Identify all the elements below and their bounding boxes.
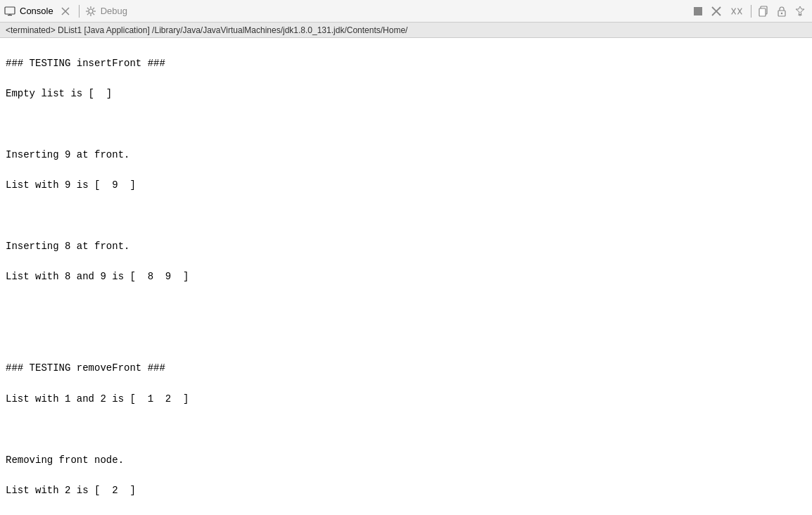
console-line xyxy=(6,422,806,438)
disconnect-button[interactable] xyxy=(727,4,747,19)
console-line xyxy=(6,300,806,316)
copy-button[interactable] xyxy=(756,4,771,19)
svg-point-5 xyxy=(89,9,93,13)
console-label: Console xyxy=(20,6,53,16)
console-line: Inserting 8 at front. xyxy=(6,239,806,255)
svg-rect-1 xyxy=(8,15,12,15)
console-line: Empty list is [ ] xyxy=(6,87,806,102)
console-close-button[interactable] xyxy=(58,4,73,19)
console-line: ### TESTING insertFront ### xyxy=(6,56,806,72)
debug-label: Debug xyxy=(101,6,127,16)
svg-line-12 xyxy=(93,7,94,8)
svg-rect-22 xyxy=(759,8,766,16)
console-line: List with 9 is [ 9 ] xyxy=(6,178,806,193)
status-text: <terminated> DList1 [Java Application] /… xyxy=(6,25,407,35)
toolbar-right xyxy=(690,4,808,19)
svg-rect-0 xyxy=(5,7,15,14)
toolbar-left: Console Debug xyxy=(4,4,686,19)
debug-icon xyxy=(85,6,96,17)
console-line xyxy=(6,209,806,224)
console-output: ### TESTING insertFront ### Empty list i… xyxy=(0,38,812,515)
pin-button[interactable] xyxy=(792,4,808,19)
svg-point-24 xyxy=(781,12,782,13)
stop-button[interactable] xyxy=(690,4,706,19)
console-line: List with 8 and 9 is [ 8 9 ] xyxy=(6,269,806,285)
toolbar-separator-1 xyxy=(79,5,80,18)
toolbar-separator-2 xyxy=(751,5,751,18)
console-line: ### TESTING removeFront ### xyxy=(6,361,806,376)
lock-button[interactable] xyxy=(774,4,789,19)
console-line: List with 1 and 2 is [ 1 2 ] xyxy=(6,392,806,407)
toolbar: Console Debug xyxy=(0,0,812,23)
svg-line-11 xyxy=(93,13,94,14)
console-icon xyxy=(4,6,15,17)
console-line xyxy=(6,117,806,132)
console-line: Inserting 9 at front. xyxy=(6,148,806,163)
svg-line-10 xyxy=(87,7,89,8)
console-line: List with 2 is [ 2 ] xyxy=(6,483,806,499)
status-bar: <terminated> DList1 [Java Application] /… xyxy=(0,23,812,38)
svg-rect-14 xyxy=(694,7,702,15)
terminate-button[interactable] xyxy=(709,4,724,19)
console-line xyxy=(6,331,806,346)
console-line: Removing front node. xyxy=(6,453,806,469)
svg-line-13 xyxy=(87,13,89,14)
